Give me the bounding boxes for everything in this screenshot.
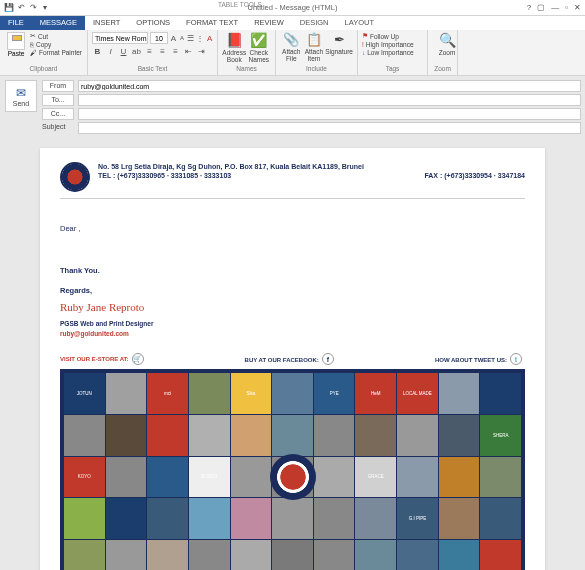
titlebar: 💾 ↶ ↷ ▾ TABLE TOOLS Untitled - Message (…: [0, 0, 585, 16]
to-button[interactable]: To...: [42, 94, 74, 106]
twitter-icon[interactable]: t: [510, 353, 522, 365]
banner-center-logo: [270, 454, 316, 500]
grow-font-icon[interactable]: A: [170, 33, 177, 44]
brand-tile: [439, 540, 480, 570]
bold-icon[interactable]: B: [92, 46, 103, 57]
attach-item-icon: 📋: [306, 32, 322, 47]
check-names-button[interactable]: ✅Check Names: [247, 32, 272, 63]
tab-format-text[interactable]: FORMAT TEXT: [178, 16, 246, 30]
help-icon[interactable]: ?: [527, 3, 531, 12]
clipboard-group-label: Clipboard: [4, 65, 83, 73]
brand-tile: [314, 415, 355, 456]
maximize-icon[interactable]: ▫: [565, 3, 568, 12]
italic-icon[interactable]: I: [105, 46, 116, 57]
save-icon[interactable]: 💾: [4, 3, 14, 13]
company-address: No. 58 Lrg Setia Diraja, Kg Sg Duhon, P.…: [98, 162, 525, 171]
align-center-icon[interactable]: ≡: [157, 46, 168, 57]
qat-dropdown-icon[interactable]: ▾: [40, 3, 50, 13]
brand-tile: [397, 457, 438, 498]
address-book-button[interactable]: 📕Address Book: [222, 32, 247, 63]
brand-tile: [106, 457, 147, 498]
promo-banner: JOTUNmciSikaPYEHeMLOCAL MADESHERAKOYOBOS…: [60, 369, 525, 570]
ribbon-tabs: FILE MESSAGE INSERT OPTIONS FORMAT TEXT …: [0, 16, 585, 30]
brand-tile: GRACE: [355, 457, 396, 498]
brand-tile: mci: [147, 373, 188, 414]
brand-tile: [480, 457, 521, 498]
twitter-label: HOW ABOUT TWEET US:: [435, 357, 507, 363]
close-icon[interactable]: ✕: [574, 3, 581, 12]
align-right-icon[interactable]: ≡: [170, 46, 181, 57]
cart-icon[interactable]: 🛒: [132, 353, 144, 365]
low-importance-button[interactable]: ↓Low Importance: [362, 49, 423, 56]
brand-tile: HeM: [355, 373, 396, 414]
tab-design[interactable]: DESIGN: [292, 16, 337, 30]
paste-button[interactable]: Paste: [4, 32, 28, 57]
redo-icon[interactable]: ↷: [28, 3, 38, 13]
tab-layout[interactable]: LAYOUT: [337, 16, 382, 30]
send-icon: ✉: [16, 86, 26, 100]
outdent-icon[interactable]: ⇤: [183, 46, 194, 57]
names-group-label: Names: [222, 65, 271, 73]
tags-group-label: Tags: [362, 65, 423, 73]
copy-button[interactable]: ⎘Copy: [30, 41, 82, 48]
message-body-area[interactable]: No. 58 Lrg Setia Diraja, Kg Sg Duhon, P.…: [0, 140, 585, 570]
subject-label: Subject: [42, 122, 74, 134]
brand-tile: [397, 415, 438, 456]
attach-file-button[interactable]: 📎Attach File: [280, 32, 303, 62]
send-button[interactable]: ✉ Send: [5, 80, 37, 112]
tab-insert[interactable]: INSERT: [85, 16, 128, 30]
font-name-select[interactable]: [92, 32, 148, 44]
brand-tile: [355, 498, 396, 539]
highlight-icon[interactable]: ab: [131, 46, 142, 57]
format-painter-button[interactable]: 🖌Format Painter: [30, 49, 82, 56]
brand-tile: [231, 498, 272, 539]
ribbon-options-icon[interactable]: ▢: [537, 3, 545, 12]
signature-button[interactable]: ✒Signature: [325, 32, 353, 62]
font-color-icon[interactable]: A: [206, 33, 213, 44]
from-button[interactable]: From: [42, 80, 74, 92]
high-importance-icon: !: [362, 41, 364, 48]
cut-icon: ✂: [30, 32, 36, 40]
attach-item-button[interactable]: 📋Attach Item: [303, 32, 326, 62]
ribbon: Paste ✂Cut ⎘Copy 🖌Format Painter Clipboa…: [0, 30, 585, 76]
high-importance-button[interactable]: !High Importance: [362, 41, 423, 48]
brand-tile: [189, 373, 230, 414]
facebook-icon[interactable]: f: [322, 353, 334, 365]
company-tel: TEL : (+673)3330965 · 3331085 · 3333103: [98, 171, 231, 180]
indent-icon[interactable]: ⇥: [196, 46, 207, 57]
follow-up-button[interactable]: ⚑Follow Up: [362, 32, 423, 40]
undo-icon[interactable]: ↶: [16, 3, 26, 13]
brand-tile: [106, 540, 147, 570]
brand-tile: [480, 498, 521, 539]
cc-field[interactable]: [78, 108, 581, 120]
to-field[interactable]: [78, 94, 581, 106]
tab-review[interactable]: REVIEW: [246, 16, 292, 30]
subject-field[interactable]: [78, 122, 581, 134]
bullet-list-icon[interactable]: ☰: [187, 33, 194, 44]
minimize-icon[interactable]: —: [551, 3, 559, 12]
from-field[interactable]: [78, 80, 581, 92]
signature-email: ruby@goldunited.com: [60, 329, 525, 339]
brand-tile: PYE: [314, 373, 355, 414]
brand-tile: BOSCH: [189, 457, 230, 498]
cut-button[interactable]: ✂Cut: [30, 32, 82, 40]
brand-tile: [231, 415, 272, 456]
font-size-select[interactable]: [150, 32, 168, 44]
tab-options[interactable]: OPTIONS: [128, 16, 178, 30]
brand-tile: [314, 498, 355, 539]
brand-tile: [231, 540, 272, 570]
shrink-font-icon[interactable]: A: [179, 33, 186, 44]
brand-tile: [106, 415, 147, 456]
brand-tile: [106, 373, 147, 414]
tab-file[interactable]: FILE: [0, 16, 32, 30]
window-title: Untitled - Message (HTML): [247, 3, 337, 12]
tab-message[interactable]: MESSAGE: [32, 16, 85, 30]
check-names-icon: ✅: [250, 32, 267, 48]
underline-icon[interactable]: U: [118, 46, 129, 57]
cc-button[interactable]: Cc...: [42, 108, 74, 120]
align-left-icon[interactable]: ≡: [144, 46, 155, 57]
brand-tile: [355, 415, 396, 456]
zoom-button[interactable]: 🔍Zoom: [432, 32, 462, 56]
number-list-icon[interactable]: ⋮: [196, 33, 204, 44]
brand-tile: [272, 373, 313, 414]
